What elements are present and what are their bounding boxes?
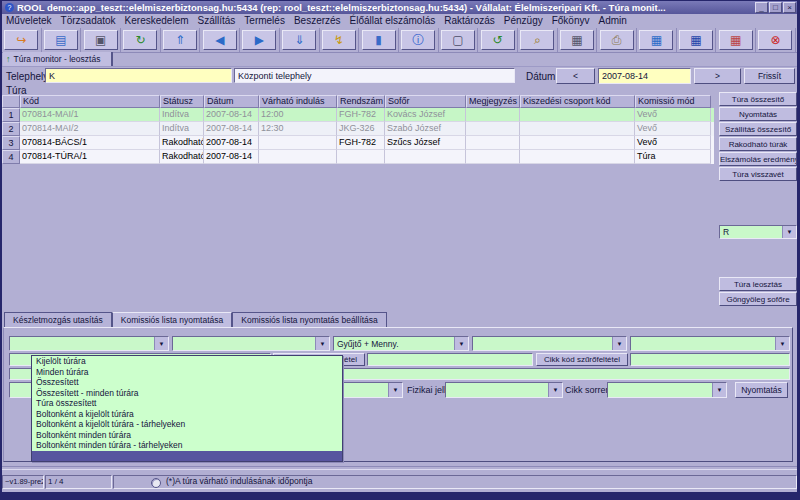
execute-button[interactable]: ↯	[322, 30, 356, 50]
save-button[interactable]: ▣	[84, 30, 118, 50]
close-window-button[interactable]: ⊗	[758, 30, 792, 50]
cell-statusz: Rakodható	[160, 150, 204, 164]
gyujto-menny-dropdown[interactable]: Gyűjtő + Menny. ▼	[333, 336, 469, 351]
table-row[interactable]: 3 070814-BÁCS/1 Rakodható 2007-08-14 FGH…	[2, 136, 714, 150]
grid-header-statusz[interactable]: Státusz	[160, 95, 204, 108]
tura-visszavet-button[interactable]: Túra visszavét	[719, 167, 797, 181]
tab-tura-monitor[interactable]: ↑ Túra monitor - leosztás	[3, 52, 113, 66]
dropdown-list-item[interactable]: Összesített - minden túrára	[32, 388, 342, 399]
note-radio[interactable]	[151, 478, 161, 488]
table-row[interactable]: 2 070814-MAI/2 Indítva 2007-08-14 12:30 …	[2, 122, 714, 136]
chevron-down-icon[interactable]: ▼	[315, 337, 329, 350]
list-type-dropdown[interactable]: ▼	[9, 336, 169, 351]
tura-leosztas-button[interactable]: Túra leosztás	[719, 277, 797, 291]
chevron-down-icon[interactable]: ▼	[454, 337, 468, 350]
menu-item[interactable]: Élőállat elszámolás	[350, 15, 436, 26]
form-button[interactable]: ▢	[441, 30, 475, 50]
next-record-button[interactable]: ▶	[242, 30, 276, 50]
table-row[interactable]: 1 070814-MAI/1 Indítva 2007-08-14 12:00 …	[2, 108, 714, 122]
refresh-button[interactable]: Frissít	[744, 68, 795, 84]
dropdown-list-item[interactable]: Boltonként a kijelölt túrára	[32, 409, 342, 420]
dropdown-list-item[interactable]: Minden túrára	[32, 367, 342, 378]
chevron-down-icon[interactable]: ▼	[548, 383, 562, 397]
info-button[interactable]: ⓘ	[401, 30, 435, 50]
prev-record-button[interactable]: ◀	[203, 30, 237, 50]
sync-button[interactable]: ↺	[481, 30, 515, 50]
chevron-down-icon[interactable]: ▼	[775, 337, 789, 350]
menu-item[interactable]: Műveletek	[6, 15, 52, 26]
side-dropdown[interactable]: R ▼	[719, 225, 797, 239]
minimize-button[interactable]: _	[755, 2, 768, 13]
tura-osszesito-button[interactable]: Túra összesítő	[719, 92, 797, 106]
search-button[interactable]: ⌕	[520, 30, 554, 50]
grid-header-varhato-indulas[interactable]: Várható indulás	[259, 95, 337, 108]
table-icon: ▦	[571, 33, 582, 47]
dropdown-list-item[interactable]: Boltonként a kijelölt túrára - tárhelyek…	[32, 419, 342, 430]
nyomtatas-button[interactable]: Nyomtatás	[719, 107, 797, 121]
grid-header-komissio[interactable]: Komissió mód	[635, 95, 711, 108]
rakodhato-turak-button[interactable]: Rakodható túrák	[719, 137, 797, 151]
exit-button[interactable]: ↪	[4, 30, 38, 50]
refresh-call-button[interactable]: ↻	[123, 30, 157, 50]
date-prev-button[interactable]: <	[556, 68, 595, 84]
menu-item[interactable]: Szállítás	[198, 15, 236, 26]
date-next-button[interactable]: >	[694, 68, 741, 84]
menu-item[interactable]: Admin	[599, 15, 627, 26]
panel-nyomtatas-button[interactable]: Nyomtatás	[735, 382, 788, 398]
dropdown-list-item[interactable]: Összesített	[32, 377, 342, 388]
dropdown-list-item[interactable]: Boltonként minden túrára	[32, 430, 342, 441]
szallitas-osszesito-button[interactable]: Szállítás összesítő	[719, 122, 797, 136]
menu-item[interactable]: Raktározás	[444, 15, 495, 26]
bottom-tab[interactable]: Komissiós lista nyomtatása	[112, 312, 233, 327]
grid-header-kod[interactable]: Kód	[20, 95, 160, 108]
menu-item[interactable]: Főkönyv	[552, 15, 590, 26]
table-row[interactable]: 4 070814-TÚRA/1 Rakodható 2007-08-14 Túr…	[2, 150, 714, 164]
fizikai-jelleg-dropdown[interactable]: ▼	[445, 382, 563, 398]
panel-dropdown-2[interactable]: ▼	[172, 336, 330, 351]
dropdown-list-item[interactable]: Kijelölt túrára	[32, 356, 342, 367]
site-name-field[interactable]	[234, 68, 515, 83]
menu-item[interactable]: Törzsadatok	[61, 15, 116, 26]
restore-button[interactable]: □	[769, 2, 782, 13]
table-import-button[interactable]: ▦	[679, 30, 713, 50]
site-label: Telephely	[6, 71, 48, 82]
chevron-down-icon[interactable]: ▼	[712, 383, 726, 397]
dropdown-list-item[interactable]: Boltonként minden túrára - tárhelyeken	[32, 440, 342, 451]
panel-dropdown-5[interactable]: ▼	[630, 336, 790, 351]
elszamolas-eredmeny-button[interactable]: Elszámolás eredmény	[719, 152, 797, 166]
menu-item[interactable]: Termelés	[244, 15, 285, 26]
chevron-down-icon[interactable]: ▼	[154, 337, 168, 350]
print-button[interactable]: ⎙	[600, 30, 634, 50]
grid-header-megjegyzes[interactable]: Megjegyzés	[466, 95, 520, 108]
database-button[interactable]: ▮	[362, 30, 396, 50]
menu-item[interactable]: Beszerzés	[294, 15, 341, 26]
dropdown-list-item[interactable]: Túra összesített	[32, 398, 342, 409]
bottom-tab[interactable]: Készletmozgás utasítás	[4, 312, 112, 327]
grid-header-kiszedesi[interactable]: Kiszedési csoport kód	[520, 95, 635, 108]
table-delete-button[interactable]: ▦	[719, 30, 753, 50]
site-code-input[interactable]	[45, 68, 232, 83]
panel-dropdown-4[interactable]: ▼	[472, 336, 627, 351]
bottom-tab[interactable]: Komissiós lista nyomtatás beállítása	[232, 312, 387, 327]
open-button[interactable]: ▤	[44, 30, 78, 50]
grid-header-rendszam[interactable]: Rendszám	[337, 95, 385, 108]
cikk-sorrend-dropdown[interactable]: ▼	[607, 382, 727, 398]
chevron-down-icon[interactable]: ▼	[388, 383, 402, 397]
table-export-button[interactable]: ▦	[639, 30, 673, 50]
close-button[interactable]: ×	[783, 2, 796, 13]
table-button[interactable]: ▦	[560, 30, 594, 50]
gongyoleg-sofore-button[interactable]: Göngyöleg sofőre	[719, 292, 797, 306]
grid-header-datum[interactable]: Dátum	[204, 95, 259, 108]
menu-item[interactable]: Kereskedelem	[125, 15, 189, 26]
date-input[interactable]	[598, 68, 691, 84]
status-note: (*)A túra várható indulásának időpontja	[166, 476, 312, 486]
cikk-filter-input-1[interactable]	[367, 353, 533, 366]
chevron-down-icon[interactable]: ▼	[782, 226, 796, 238]
chevron-down-icon[interactable]: ▼	[612, 337, 626, 350]
last-record-button[interactable]: ⇓	[282, 30, 316, 50]
cikk-filter-input-2[interactable]	[630, 353, 790, 366]
first-record-button[interactable]: ⇑	[163, 30, 197, 50]
grid-header-sofor[interactable]: Sofőr	[385, 95, 466, 108]
dropdown-list-selected-row[interactable]	[32, 451, 342, 461]
menu-item[interactable]: Pénzügy	[504, 15, 543, 26]
